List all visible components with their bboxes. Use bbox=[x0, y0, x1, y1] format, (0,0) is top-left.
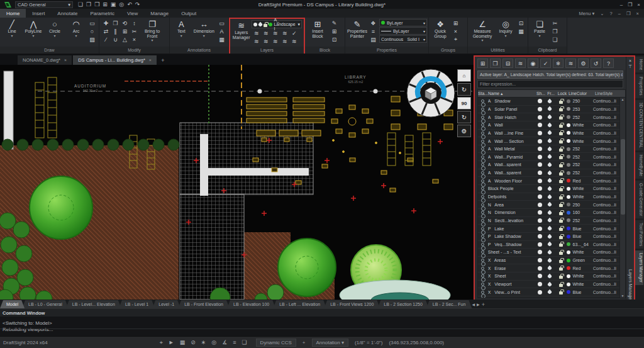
polar-icon[interactable]: ∗ bbox=[201, 339, 206, 346]
insert-block-button[interactable]: ⊞Insert Block bbox=[307, 19, 328, 38]
leader-icon[interactable]: ▭ bbox=[217, 19, 226, 27]
text-button[interactable]: AText▾ bbox=[172, 19, 191, 38]
layer-lock-icon[interactable] bbox=[555, 289, 567, 295]
add-sheet-button[interactable]: + bbox=[482, 301, 485, 308]
layer-freeze-icon[interactable] bbox=[545, 235, 555, 239]
layer-linecolor[interactable]: 253 bbox=[567, 107, 592, 111]
note-icon[interactable]: A bbox=[217, 27, 226, 35]
color-palette-icon[interactable]: ❖ bbox=[369, 19, 378, 27]
inquiry-button[interactable]: ◎Inquiry▾ bbox=[496, 19, 515, 38]
ribbon-tab[interactable]: Home bbox=[0, 9, 26, 18]
layer-freeze-icon[interactable] bbox=[545, 163, 555, 167]
filter-expression-input[interactable]: Filter expression... bbox=[477, 80, 623, 88]
preview-icon[interactable]: ◎ bbox=[119, 1, 124, 8]
layer-show-icon[interactable] bbox=[535, 139, 545, 143]
ortho-icon[interactable]: ⊘ bbox=[191, 339, 196, 346]
line-button[interactable]: ╱Line▾ bbox=[2, 19, 22, 38]
layer-lock-icon[interactable] bbox=[555, 274, 567, 279]
layer-linecolor[interactable]: 252 bbox=[567, 218, 592, 223]
layer-lock-icon[interactable] bbox=[555, 258, 567, 263]
rotate-icon[interactable]: ⟲ bbox=[120, 19, 130, 27]
grid-icon[interactable]: ▦ bbox=[180, 339, 186, 346]
layer-linestyle[interactable]: Continuo...li bbox=[593, 242, 619, 247]
sheet-tab[interactable]: Level -1 bbox=[152, 300, 180, 308]
layer-status-icon[interactable] bbox=[478, 243, 488, 246]
move-icon[interactable]: ✚ bbox=[101, 19, 111, 27]
layer-name[interactable]: N_ Area bbox=[488, 203, 535, 207]
ungroup-icon[interactable]: ⊞ bbox=[451, 19, 460, 27]
layer-row[interactable]: Defpoints White Continuo...li bbox=[478, 193, 619, 201]
layer-linecolor[interactable]: 250 bbox=[567, 203, 592, 207]
layer-freeze-icon[interactable] bbox=[545, 147, 555, 151]
layer-name[interactable]: N_ Secti...levation bbox=[488, 218, 535, 223]
layer-row[interactable]: A_ Wall...sparent 252 Continuo...li bbox=[478, 161, 619, 169]
layer-linestyle[interactable]: Continuo...li bbox=[593, 139, 619, 143]
select-matching-icon[interactable]: ⊡ bbox=[516, 19, 526, 27]
layer-show-icon[interactable] bbox=[535, 179, 545, 183]
layer-linecolor[interactable]: White bbox=[567, 131, 592, 135]
confirm-icon[interactable]: ✓ bbox=[289, 29, 299, 37]
col-show[interactable]: Sh... bbox=[536, 91, 546, 96]
layer-row[interactable]: A_ Solar Panel 253 Continuo...li bbox=[478, 106, 619, 114]
scroll-thumb[interactable] bbox=[621, 139, 625, 215]
workspace-selector[interactable]: CAD General ▾ bbox=[15, 1, 73, 8]
layer-linestyle[interactable]: Continuo...li bbox=[593, 162, 619, 167]
ellipse-icon[interactable]: ○ bbox=[87, 27, 97, 35]
layer-status-icon[interactable] bbox=[478, 235, 488, 238]
layer-name[interactable]: A_ Wall ... Section bbox=[488, 139, 535, 143]
layer-lock-icon[interactable] bbox=[555, 186, 567, 191]
layer-linestyle[interactable]: Continuo...li bbox=[593, 194, 619, 199]
layer-show-icon[interactable] bbox=[535, 186, 545, 191]
freeze-layer-icon[interactable]: ≋ bbox=[270, 29, 280, 37]
layer-name[interactable]: Sheet - ...s - Text bbox=[488, 250, 535, 254]
trim-icon[interactable]: ✂ bbox=[130, 27, 139, 35]
minimize-icon[interactable]: – bbox=[620, 2, 623, 8]
layer-show-icon[interactable] bbox=[535, 258, 545, 262]
table-icon[interactable]: ▦ bbox=[217, 35, 226, 43]
undo-icon[interactable]: ↺ bbox=[591, 59, 601, 68]
explode-icon[interactable]: △ bbox=[120, 35, 130, 43]
home-view-button[interactable]: ⌂ bbox=[457, 69, 471, 82]
apply-icon[interactable]: ✓ bbox=[540, 59, 551, 68]
sheet-tab[interactable]: LB - Level 1 bbox=[119, 300, 155, 308]
layer-lock-icon[interactable] bbox=[555, 226, 567, 231]
group-select-icon[interactable]: ⌖ bbox=[451, 35, 460, 43]
layer-show-icon[interactable] bbox=[535, 290, 545, 295]
next-sheet-icon[interactable]: ▶ bbox=[477, 302, 480, 306]
col-lock[interactable]: Lock bbox=[556, 91, 569, 96]
layer-linecolor[interactable]: 160 bbox=[567, 210, 592, 215]
layer-name[interactable]: A_ Wall...sparent bbox=[488, 171, 535, 175]
layer-linecolor[interactable]: Green bbox=[567, 258, 592, 262]
palette-tab[interactable]: Properties bbox=[635, 74, 643, 98]
layer-linecolor[interactable]: 252 bbox=[567, 162, 592, 167]
layer-name[interactable]: A_ Stair Hatch bbox=[488, 115, 535, 120]
layer-name[interactable]: X_ Areas bbox=[488, 258, 535, 262]
layer-freeze-icon[interactable] bbox=[545, 123, 555, 127]
active-layer-dropdown[interactable]: A_ Landscape I ▾ bbox=[252, 20, 302, 28]
close-icon[interactable]: × bbox=[629, 58, 631, 64]
layer-status-icon[interactable] bbox=[478, 203, 488, 206]
layer-freeze-icon[interactable] bbox=[545, 290, 555, 294]
layer-linestyle[interactable]: Continuo...li bbox=[593, 131, 619, 135]
col-status[interactable]: Sta... bbox=[478, 91, 488, 96]
layer-status-icon[interactable] bbox=[478, 250, 488, 254]
vertical-scrollbar[interactable]: ▲ ▼ bbox=[619, 98, 625, 298]
layer-linestyle[interactable]: Continuo...li bbox=[593, 266, 619, 271]
layer-freeze-icon[interactable] bbox=[545, 266, 555, 270]
layer-status-icon[interactable] bbox=[478, 259, 488, 262]
add-ccs-button[interactable]: + bbox=[303, 340, 306, 345]
new-document-button[interactable]: + bbox=[158, 55, 168, 65]
layer-name[interactable]: X_ View...o Print bbox=[488, 290, 535, 295]
circle-button[interactable]: ○Circle▾ bbox=[45, 19, 65, 38]
layer-row[interactable]: A_ Wall...sparent 252 Continuo...li bbox=[478, 169, 619, 177]
layer-name[interactable]: A_ Wall...sparent bbox=[488, 162, 535, 167]
layer-linestyle[interactable]: Continuo...li bbox=[593, 274, 619, 278]
layer-status-icon[interactable] bbox=[478, 211, 488, 214]
layer-row[interactable]: N_ Area 250 Continuo...li bbox=[478, 201, 619, 209]
sheet-tab[interactable]: Model bbox=[0, 300, 25, 308]
linestyle-dropdown[interactable]: ContinuousSolid I▾ bbox=[379, 35, 427, 43]
layer-name[interactable]: A_ Shadow bbox=[488, 99, 535, 103]
bring-to-front-button[interactable]: ❐Bring to Front▾ bbox=[140, 19, 164, 43]
layer-linecolor[interactable]: Red bbox=[567, 266, 592, 271]
layer-lock-icon[interactable] bbox=[555, 99, 567, 104]
